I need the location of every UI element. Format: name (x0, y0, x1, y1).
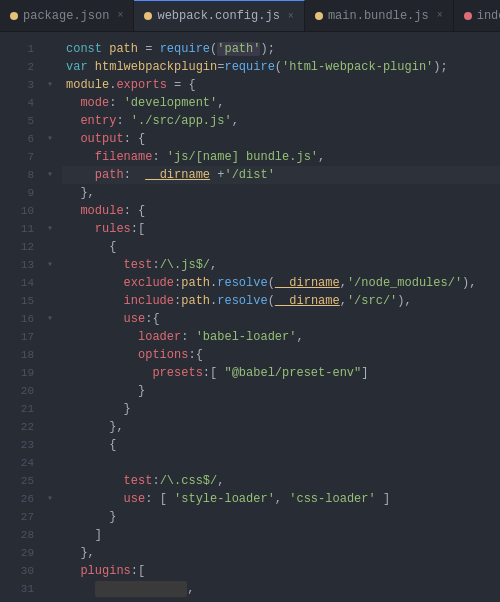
fold-1[interactable] (42, 40, 58, 58)
code-line-29: }, (62, 544, 500, 562)
code-line-2: var htmlwebpackplugin=require('html-webp… (62, 58, 500, 76)
fold-29 (42, 544, 58, 562)
fold-6[interactable]: ▾ (42, 130, 58, 148)
editor-window: package.json × webpack.config.js × main.… (0, 0, 500, 602)
tab-label-bundle: main.bundle.js (328, 9, 429, 23)
fold-13[interactable]: ▾ (42, 256, 58, 274)
tab-close-bundle[interactable]: × (437, 10, 443, 21)
tab-icon-webpack (144, 12, 152, 20)
fold-31 (42, 580, 58, 598)
tab-bar: package.json × webpack.config.js × main.… (0, 0, 500, 32)
line-numbers: 12345 678910 1112131415 1617181920 21222… (0, 32, 42, 602)
code-line-21: } (62, 400, 500, 418)
fold-3[interactable]: ▾ (42, 76, 58, 94)
code-line-26: use: [ 'style-loader', 'css-loader' ] (62, 490, 500, 508)
code-line-25: test:/\.css$/, (62, 472, 500, 490)
fold-16[interactable]: ▾ (42, 310, 58, 328)
code-line-1: const path = require('path'); (62, 40, 500, 58)
tab-webpack-config[interactable]: webpack.config.js × (134, 0, 304, 31)
fold-26[interactable]: ▾ (42, 490, 58, 508)
fold-28 (42, 526, 58, 544)
code-line-10: module: { (62, 202, 500, 220)
code-line-17: loader: 'babel-loader', (62, 328, 500, 346)
fold-30 (42, 562, 58, 580)
fold-8[interactable]: ▾ (42, 166, 58, 184)
fold-7 (42, 148, 58, 166)
fold-9 (42, 184, 58, 202)
tab-main-bundle[interactable]: main.bundle.js × (305, 0, 454, 31)
tab-label-webpack: webpack.config.js (157, 9, 279, 23)
code-line-6: output: { (62, 130, 500, 148)
fold-gutter: ▾ ▾ ▾ ▾ ▾ ▾ ▾ (42, 32, 58, 602)
fold-10 (42, 202, 58, 220)
fold-11[interactable]: ▾ (42, 220, 58, 238)
fold-25 (42, 472, 58, 490)
code-content[interactable]: const path = require('path'); var htmlwe… (58, 32, 500, 602)
fold-20 (42, 382, 58, 400)
tab-package-json[interactable]: package.json × (0, 0, 134, 31)
code-line-15: include:path.resolve(__dirname,'/src/'), (62, 292, 500, 310)
tab-label-html: index.html (477, 9, 500, 23)
code-line-14: exclude:path.resolve(__dirname,'/node_mo… (62, 274, 500, 292)
tab-close-package[interactable]: × (117, 10, 123, 21)
code-line-27: } (62, 508, 500, 526)
fold-15 (42, 292, 58, 310)
tab-label-package: package.json (23, 9, 109, 23)
fold-5 (42, 112, 58, 130)
code-line-3: module.exports = { (62, 76, 500, 94)
fold-32 (42, 598, 58, 602)
fold-24 (42, 454, 58, 472)
tab-index-html[interactable]: index.html × (454, 0, 500, 31)
fold-14 (42, 274, 58, 292)
code-line-22: }, (62, 418, 500, 436)
fold-4 (42, 94, 58, 112)
fold-21 (42, 400, 58, 418)
code-line-12: { (62, 238, 500, 256)
code-line-9: }, (62, 184, 500, 202)
code-line-28: ] (62, 526, 500, 544)
fold-2[interactable] (42, 58, 58, 76)
fold-18 (42, 346, 58, 364)
code-line-13: test:/\.js$/, (62, 256, 500, 274)
tab-close-webpack[interactable]: × (288, 11, 294, 22)
code-line-16: use:{ (62, 310, 500, 328)
code-line-20: } (62, 382, 500, 400)
code-line-8: path: __dirname +'/dist' (62, 166, 500, 184)
fold-23 (42, 436, 58, 454)
code-line-11: rules:[ (62, 220, 500, 238)
code-line-5: entry: './src/app.js', (62, 112, 500, 130)
code-line-4: mode: 'development', (62, 94, 500, 112)
code-line-30: plugins:[ (62, 562, 500, 580)
code-line-19: presets:[ "@babel/preset-env"] (62, 364, 500, 382)
tab-icon-bundle (315, 12, 323, 20)
code-line-31: , (62, 580, 500, 598)
tab-icon-package (10, 12, 18, 20)
code-line-18: options:{ (62, 346, 500, 364)
fold-12 (42, 238, 58, 256)
code-line-23: { (62, 436, 500, 454)
tab-icon-html (464, 12, 472, 20)
fold-17 (42, 328, 58, 346)
code-line-24 (62, 454, 500, 472)
code-line-7: filename: 'js/[name] bundle.js', (62, 148, 500, 166)
fold-22 (42, 418, 58, 436)
fold-27 (42, 508, 58, 526)
code-area: 12345 678910 1112131415 1617181920 21222… (0, 32, 500, 602)
fold-19 (42, 364, 58, 382)
